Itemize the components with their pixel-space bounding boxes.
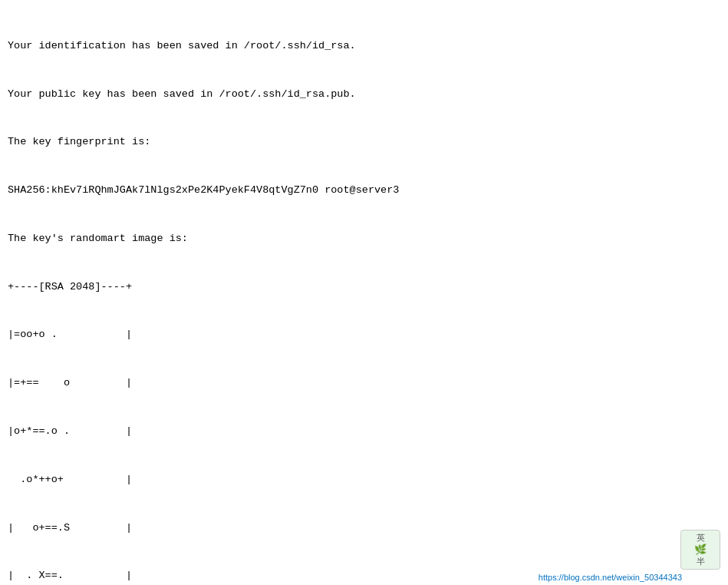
terminal-line-9: |o+*==.o . | [8,424,720,440]
terminal-line-2: Your public key has been saved in /root/… [8,87,720,103]
ime-half: 半 [697,556,705,567]
terminal-line-8: |=+== o | [8,375,720,392]
terminal-line-10: .o*++o+ | [8,472,720,488]
terminal-line-3: The key fingerprint is: [8,134,720,150]
terminal-line-4: SHA256:khEv7iRQhmJGAk7lNlgs2xPe2K4PyekF4… [8,183,720,199]
terminal-line-1: Your identification has been saved in /r… [8,38,720,55]
terminal-window: Your identification has been saved in /r… [0,0,728,585]
terminal-line-7: |=oo+o . | [8,327,720,343]
ime-english: 英 [697,532,705,544]
terminal-line-5: The key's randomart image is: [8,231,720,247]
terminal-line-6: +----[RSA 2048]----+ [8,279,720,296]
ime-widget[interactable]: 英 🌿 半 [680,530,720,570]
terminal-line-11: | o+==.S | [8,521,720,537]
watermark: https://blog.csdn.net/weixin_50344343 [539,573,682,582]
